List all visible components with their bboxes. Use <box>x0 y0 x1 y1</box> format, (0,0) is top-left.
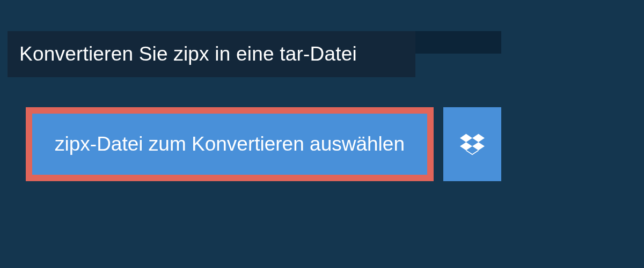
dropbox-button[interactable] <box>443 107 501 181</box>
select-file-button[interactable]: zipx-Datei zum Konvertieren auswählen <box>26 107 434 181</box>
page-title: Konvertieren Sie zipx in eine tar-Datei <box>19 43 357 65</box>
heading-bar: Konvertieren Sie zipx in eine tar-Datei <box>8 31 415 77</box>
select-file-label: zipx-Datei zum Konvertieren auswählen <box>55 133 405 155</box>
button-row: zipx-Datei zum Konvertieren auswählen <box>26 107 501 181</box>
dropbox-icon <box>460 132 485 157</box>
